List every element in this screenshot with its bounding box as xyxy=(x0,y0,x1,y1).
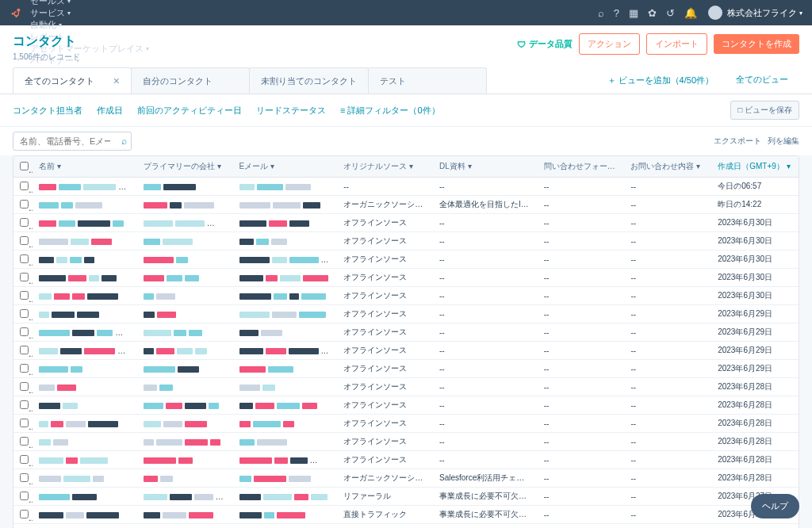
cell-company xyxy=(137,360,233,378)
column-header[interactable]: 作成日（GMT+9） ▾ xyxy=(711,156,799,178)
row-checkbox[interactable] xyxy=(13,342,33,360)
table-row[interactable]: オフラインソース------2023年6月30日 xyxy=(13,287,799,305)
row-checkbox[interactable] xyxy=(13,524,33,529)
row-checkbox[interactable] xyxy=(13,323,33,342)
row-checkbox[interactable] xyxy=(13,433,33,451)
cell-inquiry: -- xyxy=(624,415,711,433)
table-row[interactable]: オフラインソース------2023年6月30日 xyxy=(13,214,799,232)
import-button[interactable]: インポート xyxy=(646,33,707,55)
export-link[interactable]: エクスポート xyxy=(714,136,761,147)
column-header[interactable]: Eメール ▾ xyxy=(233,156,338,178)
search-icon[interactable]: ⌕ xyxy=(598,7,604,19)
row-checkbox[interactable] xyxy=(13,378,33,396)
cell-form-date: -- xyxy=(538,269,625,287)
column-header[interactable]: プライマリーの会社 ▾ xyxy=(137,156,233,178)
nav-item[interactable]: セールス▾ xyxy=(30,0,149,7)
data-quality-link[interactable]: 🛡 データ品質 xyxy=(517,38,573,50)
column-header[interactable]: 名前 ▾ xyxy=(33,156,137,178)
search-input[interactable] xyxy=(13,132,132,151)
table-row[interactable]: リファーラル事業成長に必要不可欠な経営…----2023年6月27日 xyxy=(13,488,799,506)
table-row[interactable]: オフラインソース------2023年6月29日 xyxy=(13,305,799,323)
filter-link[interactable]: 作成日 xyxy=(97,105,123,117)
table-row[interactable]: オフラインソース------2023年6月22日 xyxy=(13,524,799,529)
chevron-down-icon: ▾ xyxy=(799,10,802,17)
hubspot-logo-icon[interactable] xyxy=(10,6,22,19)
tab[interactable]: 全てのコンタクト× xyxy=(13,67,132,94)
tab[interactable]: テスト xyxy=(368,67,487,94)
table-row[interactable]: オフラインソース------2023年6月28日 xyxy=(13,378,799,396)
table-row[interactable]: オフラインソース------2023年6月30日 xyxy=(13,251,799,269)
table-row[interactable]: オフラインソース------2023年6月28日 xyxy=(13,451,799,469)
row-checkbox[interactable] xyxy=(13,269,33,287)
add-view-link[interactable]: ＋ ビューを追加（4/50件） xyxy=(596,67,725,94)
help-fab[interactable]: ヘルプ xyxy=(751,494,799,518)
search-icon[interactable]: ⌕ xyxy=(121,136,127,147)
row-checkbox[interactable] xyxy=(13,232,33,251)
filter-link[interactable]: コンタクト担当者 xyxy=(13,105,82,117)
row-checkbox[interactable] xyxy=(13,196,33,214)
cell-inquiry: -- xyxy=(624,269,711,287)
save-view-button[interactable]: □ ビューを保存 xyxy=(730,101,799,120)
marketplace-icon[interactable]: ▦ xyxy=(629,7,638,19)
column-header[interactable]: オリジナルソース ▾ xyxy=(337,156,433,178)
close-icon[interactable]: × xyxy=(113,75,120,87)
view-tabs: 全てのコンタクト×自分のコンタクト未割り当てのコンタクトテスト ＋ ビューを追加… xyxy=(0,67,812,94)
table-row[interactable]: オフラインソース------2023年6月28日 xyxy=(13,433,799,451)
all-views-link[interactable]: 全てのビュー xyxy=(725,67,799,94)
tab[interactable]: 自分のコンタクト xyxy=(131,67,250,94)
row-checkbox[interactable] xyxy=(13,469,33,488)
cell-form-date: -- xyxy=(538,433,625,451)
cell-email xyxy=(233,378,338,396)
row-checkbox[interactable] xyxy=(13,178,33,196)
notifications-icon[interactable]: 🔔 xyxy=(684,7,697,19)
phone-icon[interactable]: ↺ xyxy=(666,7,675,19)
filter-link[interactable]: リードステータス xyxy=(256,105,326,117)
cell-name xyxy=(33,251,137,269)
account-menu[interactable]: 株式会社フライク ▾ xyxy=(708,6,802,20)
row-checkbox[interactable] xyxy=(13,251,33,269)
row-checkbox[interactable] xyxy=(13,506,33,524)
chevron-down-icon: ▾ xyxy=(59,21,62,29)
table-row[interactable]: オーガニックソーシャルSalesforce利活用チェックシ…----2023年6… xyxy=(13,469,799,488)
tab[interactable]: 未割り当てのコンタクト xyxy=(249,67,369,94)
nav-item[interactable]: 自動化▾ xyxy=(30,19,149,31)
select-all[interactable] xyxy=(13,156,33,178)
nav-item[interactable]: サービス▾ xyxy=(30,7,149,19)
table-row[interactable]: オーガニックソーシャル全体最適化を目指したITシス…----昨日の14:22 xyxy=(13,196,799,214)
table-row[interactable]: オフラインソース------2023年6月28日 xyxy=(13,396,799,415)
row-checkbox[interactable] xyxy=(13,287,33,305)
column-header[interactable]: DL資料 ▾ xyxy=(433,156,538,178)
row-checkbox[interactable] xyxy=(13,488,33,506)
help-icon[interactable]: ? xyxy=(614,7,619,19)
row-checkbox[interactable] xyxy=(13,360,33,378)
row-checkbox[interactable] xyxy=(13,396,33,415)
filter-link[interactable]: 前回のアクティビティー日 xyxy=(137,105,242,117)
table-row[interactable]: オフラインソース------2023年6月30日 xyxy=(13,269,799,287)
table-row[interactable]: 直接トラフィック事業成長に必要不可欠な経営…----2023年6月25日 xyxy=(13,506,799,524)
cell-inquiry: -- xyxy=(624,451,711,469)
create-contact-button[interactable]: コンタクトを作成 xyxy=(714,34,799,54)
row-checkbox[interactable] xyxy=(13,451,33,469)
cell-created: 2023年6月28日 xyxy=(711,433,799,451)
table-row[interactable]: オフラインソース------2023年6月30日 xyxy=(13,232,799,251)
table-row[interactable]: オフラインソース------2023年6月29日 xyxy=(13,323,799,342)
cell-created: 2023年6月29日 xyxy=(711,360,799,378)
advanced-filter-link[interactable]: ≡ 詳細フィルター（0件） xyxy=(340,105,440,117)
cell-source: オフラインソース xyxy=(337,451,433,469)
table-row[interactable]: --------今日の06:57 xyxy=(13,178,799,196)
row-checkbox[interactable] xyxy=(13,415,33,433)
settings-icon[interactable]: ✿ xyxy=(648,7,657,19)
cell-form-date: -- xyxy=(538,342,625,360)
column-header[interactable]: お問い合わせ内容 ▾ xyxy=(624,156,711,178)
cell-form-date: -- xyxy=(538,360,625,378)
cell-source: オフラインソース xyxy=(337,323,433,342)
table-row[interactable]: オフラインソース------2023年6月29日 xyxy=(13,360,799,378)
actions-button[interactable]: アクション xyxy=(579,33,640,55)
row-checkbox[interactable] xyxy=(13,305,33,323)
table-row[interactable]: オフラインソース------2023年6月29日 xyxy=(13,342,799,360)
edit-columns-link[interactable]: 列を編集 xyxy=(768,136,799,147)
cell-name xyxy=(33,323,137,342)
row-checkbox[interactable] xyxy=(13,214,33,232)
column-header[interactable]: 問い合わせフォーム送信日 ▾ xyxy=(538,156,625,178)
table-row[interactable]: オフラインソース------2023年6月28日 xyxy=(13,415,799,433)
